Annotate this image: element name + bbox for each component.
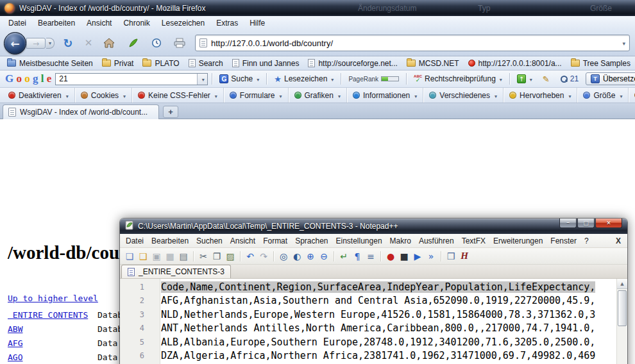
menu-item[interactable]: Datei — [122, 235, 148, 247]
menu-item[interactable]: Ansicht — [226, 235, 259, 247]
menu-item[interactable]: Makro — [386, 235, 415, 247]
close-document-x[interactable]: X — [616, 236, 621, 245]
forward-button[interactable] — [26, 38, 46, 49]
stop-icon[interactable] — [81, 35, 96, 51]
highlight-counter[interactable]: 21 — [557, 73, 582, 85]
save-all-icon[interactable]: ▦ — [164, 250, 176, 263]
menu-item[interactable]: Einstellungen — [332, 235, 386, 247]
show-symbols-icon[interactable]: ¶ — [351, 250, 364, 263]
history-dropdown-icon[interactable] — [46, 38, 55, 49]
bookmark-item[interactable]: Meistbesuchte Seiten — [3, 56, 97, 70]
bookmark-item[interactable]: Finn und Jannes — [228, 56, 304, 70]
webdev-item[interactable]: Informationen — [347, 88, 423, 103]
translate-button[interactable]: Übersetzen — [586, 72, 635, 85]
entry-link[interactable]: ABW — [8, 324, 97, 334]
menu-item[interactable]: Extras — [210, 17, 244, 29]
redo-icon[interactable]: ↷ — [257, 250, 270, 263]
menu-item[interactable]: Ausführen — [415, 235, 458, 247]
zoom-in-icon[interactable]: ⊕ — [304, 250, 317, 263]
menu-item[interactable]: Hilfe — [244, 17, 271, 29]
indent-guide-icon[interactable]: ≡ — [364, 250, 377, 263]
bookmark-item[interactable]: http://sourceforge.net... — [303, 56, 402, 70]
open-folder-icon[interactable]: ❑ — [137, 250, 149, 263]
bookmark-item[interactable]: Search — [184, 56, 228, 70]
print-icon[interactable] — [172, 35, 187, 51]
webdev-item[interactable]: Größe — [577, 88, 629, 103]
logo-letter: e — [47, 72, 52, 85]
doc-pair-icon[interactable]: ❒ — [444, 250, 457, 263]
webdev-item-icon — [81, 92, 88, 99]
copy-icon[interactable]: ❐ — [210, 250, 223, 263]
cut-icon[interactable]: ✂ — [197, 250, 210, 263]
undo-icon[interactable]: ↶ — [244, 250, 257, 263]
clock-addon-icon[interactable] — [149, 35, 164, 51]
scroll-up-arrow-icon[interactable] — [617, 279, 627, 289]
save-icon[interactable]: ▣ — [150, 250, 163, 263]
entry-link[interactable]: AGO — [8, 352, 97, 362]
menu-item[interactable]: Chronik — [117, 17, 155, 29]
webdev-item[interactable]: Deaktivieren — [3, 88, 75, 103]
scrollbar-thumb[interactable] — [618, 290, 627, 326]
new-tab-button[interactable] — [163, 106, 178, 118]
entry-link[interactable]: ENTIRE CONTENTS — [8, 310, 97, 320]
menu-item[interactable]: Erweiterungen — [489, 235, 546, 247]
bookmark-item[interactable]: MCSD.NET — [402, 56, 464, 70]
maximize-button[interactable] — [577, 219, 595, 228]
menu-item[interactable]: ? — [580, 235, 593, 247]
menu-item[interactable]: Suchen — [192, 235, 226, 247]
google-search-dropdown-icon[interactable] — [197, 74, 207, 85]
menu-item[interactable]: Fenster — [546, 235, 580, 247]
view-in-browser-icon[interactable]: H — [458, 250, 471, 263]
google-search-input[interactable]: 21 — [55, 73, 208, 85]
print-icon[interactable]: ▤ — [177, 250, 190, 263]
up-to-higher-level-link[interactable]: Up to higher level — [8, 294, 98, 303]
run-macro-multi-icon[interactable]: » — [425, 250, 437, 263]
url-input[interactable]: http://127.0.0.1/world-db/country/ — [195, 35, 630, 51]
webdev-item[interactable]: Hervorheben — [504, 88, 577, 103]
reload-icon[interactable] — [60, 35, 76, 51]
bookmark-item[interactable]: PLATO — [138, 56, 183, 70]
paste-icon[interactable]: ▨ — [224, 250, 237, 263]
webdev-item[interactable]: Verschiedenes — [423, 88, 504, 103]
menu-item[interactable]: Datei — [3, 17, 32, 29]
menu-item[interactable]: Lesezeichen — [156, 17, 210, 29]
menu-item[interactable]: Bearbeiten — [148, 235, 192, 247]
webdev-item[interactable]: Extras — [629, 88, 635, 103]
autofill-button[interactable] — [514, 73, 536, 85]
bookmark-item[interactable]: http://127.0.0.1:8001/a... — [464, 56, 566, 70]
google-search-button[interactable]: Suche — [216, 73, 262, 85]
url-dropdown-icon[interactable] — [622, 38, 625, 47]
spellcheck-button[interactable]: Rechtschreibprüfung — [411, 73, 505, 85]
document-tab[interactable]: _ENTIRE_CONTENTS-3 — [121, 265, 231, 278]
webdev-item[interactable]: Cookies — [75, 88, 132, 103]
tab-wsgidav[interactable]: WsgiDAV - Index of /world-db/count... — [3, 104, 159, 119]
close-button[interactable] — [595, 219, 622, 228]
bookmark-item[interactable]: Tree Samples — [566, 56, 635, 70]
home-icon[interactable] — [101, 35, 117, 51]
replace-icon[interactable]: ◐ — [291, 250, 303, 263]
webdev-item[interactable]: Formulare — [224, 88, 289, 103]
back-button[interactable] — [4, 32, 26, 54]
menu-item[interactable]: Ansicht — [81, 17, 117, 29]
vertical-scrollbar[interactable] — [616, 279, 627, 364]
new-file-icon[interactable]: ❏ — [123, 250, 136, 263]
menu-item[interactable]: Format — [259, 235, 291, 247]
entry-link[interactable]: AFG — [8, 338, 97, 348]
feather-addon-icon[interactable] — [126, 35, 141, 51]
play-macro-icon[interactable]: ▶ — [411, 250, 424, 263]
menu-item[interactable]: Sprachen — [291, 235, 332, 247]
find-icon[interactable]: ◎ — [277, 250, 290, 263]
record-macro-icon[interactable]: ● — [384, 250, 397, 263]
webdev-item[interactable]: Grafiken — [289, 88, 347, 103]
menu-item[interactable]: Bearbeiten — [32, 17, 81, 29]
webdev-item[interactable]: Keine CSS-Fehler — [132, 88, 224, 103]
google-bookmarks-button[interactable]: Lesezeichen — [271, 73, 337, 85]
bookmark-item[interactable]: Privat — [97, 56, 139, 70]
stop-macro-icon[interactable]: ■ — [398, 250, 411, 263]
editor-area[interactable]: 1 Code,Name,Continent,Region,SurfaceArea… — [120, 279, 627, 364]
minimize-button[interactable] — [559, 219, 577, 228]
edit-button[interactable] — [539, 73, 553, 85]
menu-item[interactable]: TextFX — [458, 235, 489, 247]
word-wrap-icon[interactable]: ↵ — [337, 250, 350, 263]
zoom-out-icon[interactable]: ⊖ — [318, 250, 330, 263]
